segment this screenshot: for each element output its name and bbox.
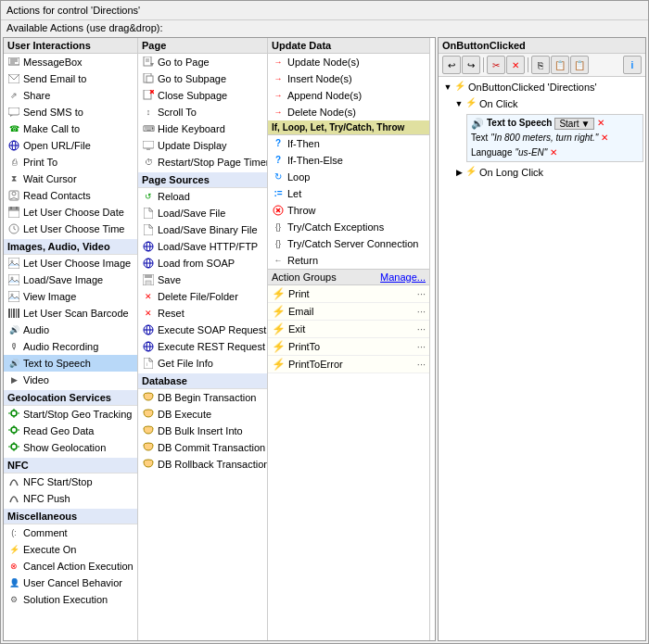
item-delete-nodes[interactable]: → Delete Node(s) (268, 104, 429, 120)
item-load-save-file[interactable]: Load/Save File (138, 205, 267, 221)
item-insert-nodes[interactable]: → Insert Node(s) (268, 70, 429, 87)
item-start-stop-geo[interactable]: Start/Stop Geo Tracking (4, 406, 137, 423)
paste-button[interactable]: 📋 (551, 56, 569, 74)
append-icon: → (272, 89, 285, 102)
ag-item-printto[interactable]: ⚡ PrintTo ··· (268, 338, 429, 356)
tts-start-button[interactable]: Start ▼ (554, 118, 594, 130)
item-save[interactable]: Save (138, 271, 267, 288)
item-update-display[interactable]: Update Display (138, 137, 267, 154)
item-load-save-binary[interactable]: Load/Save Binary File (138, 221, 267, 238)
item-if-then-else[interactable]: ? If-Then-Else (268, 152, 429, 169)
ag-item-exit[interactable]: ⚡ Exit ··· (268, 321, 429, 338)
item-load-save-image[interactable]: Load/Save Image (4, 271, 137, 288)
item-return[interactable]: ← Return (268, 252, 429, 269)
ag-item-email[interactable]: ⚡ Email ··· (268, 303, 429, 321)
item-messagebox[interactable]: MessageBox (4, 54, 137, 70)
item-load-from-soap[interactable]: Load from SOAP (138, 255, 267, 271)
item-db-rollback[interactable]: DB Rollback Transaction (138, 456, 267, 473)
item-nfc-start-stop[interactable]: NFC Start/Stop (4, 474, 137, 490)
item-hide-keyboard[interactable]: ⌨ Hide Keyboard (138, 120, 267, 137)
content-area: User Interactions MessageBox Send Email … (1, 37, 648, 643)
item-choose-image[interactable]: Let User Choose Image (4, 255, 137, 271)
ag-exit-dots[interactable]: ··· (417, 322, 426, 336)
item-wait-cursor[interactable]: ⧗ Wait Cursor (4, 170, 137, 187)
svg-rect-25 (8, 309, 10, 318)
item-video[interactable]: ▶ Video (4, 372, 137, 388)
item-view-image[interactable]: View Image (4, 288, 137, 305)
paste2-button[interactable]: 📋 (570, 56, 589, 74)
item-wait-cursor-label: Wait Cursor (23, 171, 77, 186)
audio-icon: 🔊 (7, 323, 20, 336)
item-solution-execution[interactable]: ⚙ Solution Execution (4, 591, 137, 608)
item-print-to[interactable]: ⎙ Print To (4, 154, 137, 170)
phone-icon: ☎ (7, 122, 20, 135)
item-exec-rest[interactable]: Execute REST Request (138, 338, 267, 355)
item-choose-time[interactable]: Let User Choose Time (4, 221, 137, 237)
item-throw[interactable]: Throw (268, 202, 429, 219)
item-get-file-info[interactable]: i Get File Info (138, 355, 267, 372)
item-open-url[interactable]: Open URL/File (4, 137, 137, 154)
item-restart-page-timer[interactable]: ⏱ Restart/Stop Page Timer (138, 154, 267, 170)
delete-button[interactable]: ✕ (506, 56, 525, 74)
ag-item-print[interactable]: ⚡ Print ··· (268, 285, 429, 303)
item-comment[interactable]: (: Comment (4, 524, 137, 541)
info-button[interactable]: i (623, 56, 642, 74)
item-if-then[interactable]: ? If-Then (268, 135, 429, 152)
redo-button[interactable]: ↪ (462, 56, 480, 74)
item-send-email[interactable]: Send Email to (4, 70, 137, 87)
item-share[interactable]: ⇗ Share (4, 87, 137, 104)
item-reset[interactable]: ✕ Reset (138, 305, 267, 322)
item-audio-recording[interactable]: 🎙 Audio Recording (4, 338, 137, 355)
item-try-catch[interactable]: {} Try/Catch Exceptions (268, 219, 429, 235)
item-reload[interactable]: ↺ Reload (138, 188, 267, 205)
item-audio[interactable]: 🔊 Audio (4, 322, 137, 338)
ag-printtoerror-dots[interactable]: ··· (417, 357, 426, 372)
on-click-expand[interactable]: ▼ (453, 96, 464, 111)
item-let[interactable]: := Let (268, 185, 429, 202)
manage-link[interactable]: Manage... (380, 271, 426, 283)
delete-icon: ✕ (142, 290, 155, 303)
item-close-subpage[interactable]: Close Subpage (138, 87, 267, 104)
item-make-call[interactable]: ☎ Make Call to (4, 120, 137, 137)
item-read-contacts[interactable]: Read Contacts (4, 187, 137, 204)
ag-print-dots[interactable]: ··· (417, 286, 426, 301)
item-loop[interactable]: ↻ Loop (268, 169, 429, 185)
ag-email-dots[interactable]: ··· (417, 304, 426, 319)
item-load-save-http[interactable]: Load/Save HTTP/FTP (138, 238, 267, 255)
item-go-to-subpage[interactable]: Go to Subpage (138, 70, 267, 87)
item-db-execute[interactable]: DB Execute (138, 406, 267, 423)
cut-button[interactable]: ✂ (487, 56, 505, 74)
undo-button[interactable]: ↩ (442, 56, 461, 74)
tts-lang-close-icon[interactable]: ✕ (550, 146, 557, 159)
tts-text-close-icon[interactable]: ✕ (601, 132, 608, 145)
item-delete-file[interactable]: ✕ Delete File/Folder (138, 288, 267, 305)
item-db-commit[interactable]: DB Commit Transaction (138, 439, 267, 456)
item-execute-on-label: Execute On (23, 542, 76, 557)
item-cancel-action[interactable]: ⊗ Cancel Action Execution (4, 558, 137, 575)
item-go-to-page[interactable]: Go to Page (138, 54, 267, 70)
item-send-sms[interactable]: Send SMS to (4, 104, 137, 120)
item-show-geolocation[interactable]: Show Geolocation (4, 439, 137, 456)
item-read-geo-data[interactable]: Read Geo Data (4, 423, 137, 439)
item-nfc-push[interactable]: NFC Push (4, 490, 137, 507)
item-append-nodes[interactable]: → Append Node(s) (268, 87, 429, 104)
item-text-to-speech[interactable]: 🔊 Text to Speech (4, 355, 137, 372)
item-execute-on[interactable]: ⚡ Execute On (4, 541, 137, 558)
item-db-begin[interactable]: DB Begin Transaction (138, 389, 267, 406)
on-long-click-expand[interactable]: ▶ (453, 165, 464, 180)
ag-item-printtoerror[interactable]: ⚡ PrintToError ··· (268, 356, 429, 373)
item-scan-barcode[interactable]: Let User Scan Barcode (4, 305, 137, 322)
item-try-catch-server[interactable]: {} Try/Catch Server Connection (268, 235, 429, 252)
root-expand[interactable]: ▼ (442, 80, 453, 95)
ag-printto-dots[interactable]: ··· (417, 339, 426, 354)
item-scroll-to[interactable]: ↕ Scroll To (138, 104, 267, 120)
tts-close-icon[interactable]: ✕ (597, 117, 604, 130)
item-let-label: Let (287, 186, 301, 201)
copy-button[interactable]: ⎘ (531, 56, 550, 74)
item-user-cancel[interactable]: 👤 User Cancel Behavior (4, 575, 137, 591)
item-get-file-info-label: Get File Info (158, 356, 213, 371)
item-update-nodes[interactable]: → Update Node(s) (268, 54, 429, 70)
item-choose-date[interactable]: Let User Choose Date (4, 204, 137, 221)
item-db-bulk-insert[interactable]: DB Bulk Insert Into (138, 423, 267, 439)
item-exec-soap[interactable]: Execute SOAP Request (138, 322, 267, 338)
